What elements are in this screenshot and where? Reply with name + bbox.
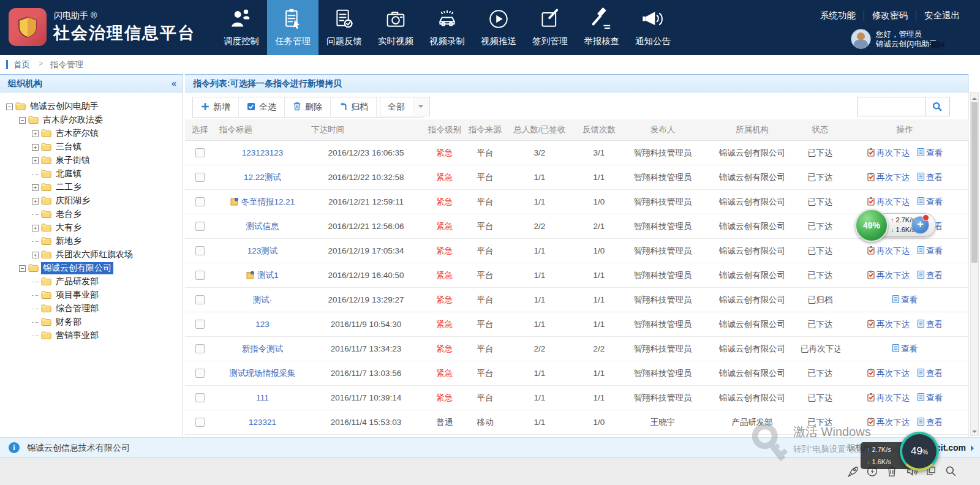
nav-item-dispatch-control[interactable]: 调度控制 xyxy=(216,0,267,55)
view-link[interactable]: 查看 xyxy=(917,368,943,379)
tree-node[interactable]: 项目事业部 xyxy=(0,288,183,302)
search-input[interactable] xyxy=(857,97,925,116)
instruction-title-link[interactable]: 测试· xyxy=(253,295,273,304)
tree-node-label[interactable]: 产品研发部 xyxy=(54,276,100,288)
view-link[interactable]: 查看 xyxy=(892,295,918,306)
view-link[interactable]: 查看 xyxy=(917,172,943,183)
instruction-title-link[interactable]: 测试现场情报采集 xyxy=(230,369,296,378)
resend-link[interactable]: 再次下达 xyxy=(867,197,910,208)
instruction-title-link[interactable]: 123 xyxy=(255,320,270,329)
instruction-title-link[interactable]: 123测试 xyxy=(247,246,278,255)
toolbar-delete-button[interactable]: 删除 xyxy=(285,97,331,117)
row-checkbox[interactable] xyxy=(195,393,205,402)
view-link[interactable]: 查看 xyxy=(917,148,943,159)
vertical-scrollbar[interactable] xyxy=(970,92,979,436)
zoom-search-icon[interactable] xyxy=(944,465,957,477)
tree-node-label[interactable]: 大有乡 xyxy=(54,222,83,234)
tree-collapse-toggle[interactable]: − xyxy=(6,103,13,110)
row-checkbox[interactable] xyxy=(195,197,205,206)
tree-expand-toggle[interactable]: + xyxy=(32,130,39,137)
toolbar-add-button[interactable]: 新增 xyxy=(193,97,239,117)
tree-node[interactable]: −锦诚云创有限公司 xyxy=(0,261,183,275)
scrollbar-thumb[interactable] xyxy=(971,102,978,263)
tree-node-label[interactable]: 三台镇 xyxy=(54,141,83,153)
tree-node-label[interactable]: 财务部 xyxy=(54,316,83,328)
tree-node[interactable]: +大有乡 xyxy=(0,221,183,235)
tree-node[interactable]: 老台乡 xyxy=(0,208,183,221)
tree-node-label[interactable]: 项目事业部 xyxy=(54,289,100,301)
instruction-title-link[interactable]: 12.22测试 xyxy=(244,173,281,182)
tree-node[interactable]: −锦诚云创闪电助手 xyxy=(0,100,183,113)
tree-node[interactable]: 财务部 xyxy=(0,315,183,329)
nav-item-notice-announcement[interactable]: 通知公告 xyxy=(627,0,679,55)
tree-node[interactable]: +兵团农六师红旗农场 xyxy=(0,248,183,261)
row-checkbox[interactable] xyxy=(195,418,205,427)
resend-link[interactable]: 再次下达 xyxy=(867,148,910,159)
tree-node[interactable]: 产品研发部 xyxy=(0,275,183,288)
row-checkbox[interactable] xyxy=(195,295,205,304)
tree-node-label[interactable]: 锦诚云创有限公司 xyxy=(41,262,113,274)
tree-node-label[interactable]: 庆阳湖乡 xyxy=(54,195,92,207)
tree-node-label[interactable]: 老台乡 xyxy=(54,208,83,220)
view-link[interactable]: 查看 xyxy=(892,344,918,355)
tree-node[interactable]: +二工乡 xyxy=(0,181,183,194)
nav-item-report-check[interactable]: 举报核查 xyxy=(576,0,627,55)
instruction-title-link[interactable]: 123321 xyxy=(249,418,276,427)
tree-node[interactable]: 北庭镇 xyxy=(0,167,183,181)
row-checkbox[interactable] xyxy=(195,369,205,378)
row-checkbox[interactable] xyxy=(195,344,205,353)
resend-link[interactable]: 再次下达 xyxy=(867,319,910,330)
nav-item-checkin-management[interactable]: 签到管理 xyxy=(524,0,576,55)
view-link[interactable]: 查看 xyxy=(917,393,943,404)
tree-node-label[interactable]: 综合管理部 xyxy=(54,303,100,315)
rocket-icon[interactable] xyxy=(846,465,859,477)
progress-ring[interactable]: 49% xyxy=(900,432,939,471)
tree-node-label[interactable]: 泉子街镇 xyxy=(54,154,92,167)
tree-node-label[interactable]: 吉木萨尔镇 xyxy=(54,127,100,140)
tree-node[interactable]: +吉木萨尔镇 xyxy=(0,127,183,140)
resend-link[interactable]: 再次下达 xyxy=(867,172,910,183)
instruction-title-link[interactable]: 123123123 xyxy=(242,148,284,157)
tree-node[interactable]: 新地乡 xyxy=(0,235,183,248)
tree-node[interactable]: 营销事业部 xyxy=(0,329,183,342)
tree-collapse-toggle[interactable]: − xyxy=(19,265,26,272)
toolbar-archive-button[interactable]: 归档 xyxy=(331,97,377,117)
scroll-up-arrow[interactable] xyxy=(971,92,978,101)
toolbar-select-all-button[interactable]: 全选 xyxy=(239,97,285,117)
tree-node-label[interactable]: 吉木萨尔政法委 xyxy=(41,114,105,126)
row-checkbox[interactable] xyxy=(195,320,205,329)
search-button[interactable] xyxy=(925,97,950,116)
scroll-down-arrow[interactable] xyxy=(971,427,978,435)
resend-link[interactable]: 再次下达 xyxy=(867,393,910,404)
tree-expand-toggle[interactable]: + xyxy=(32,184,39,191)
view-link[interactable]: 查看 xyxy=(917,246,943,257)
change-password-link[interactable]: 修改密码 xyxy=(864,10,916,21)
tree-expand-toggle[interactable]: + xyxy=(32,144,39,151)
tree-node[interactable]: −吉木萨尔政法委 xyxy=(0,113,183,127)
resend-link[interactable]: 再次下达 xyxy=(867,270,910,281)
resend-link[interactable]: 再次下达 xyxy=(867,368,910,379)
progress-circle[interactable]: 49% xyxy=(855,209,888,242)
tree-collapse-toggle[interactable]: − xyxy=(19,117,26,124)
tree-expand-toggle[interactable]: + xyxy=(32,225,39,231)
breadcrumb-home[interactable]: 首页 xyxy=(13,59,30,70)
tree-node-label[interactable]: 兵团农六师红旗农场 xyxy=(54,249,135,261)
instruction-title-link[interactable]: 测试1 xyxy=(257,271,279,280)
avatar[interactable] xyxy=(851,29,871,49)
tree-node-label[interactable]: 新地乡 xyxy=(54,235,83,247)
tree-node[interactable]: 综合管理部 xyxy=(0,302,183,315)
row-checkbox[interactable] xyxy=(195,246,205,255)
view-link[interactable]: 查看 xyxy=(917,417,943,428)
tree-expand-toggle[interactable]: + xyxy=(32,252,39,258)
collapse-sidebar-button[interactable]: « xyxy=(172,75,176,92)
row-checkbox[interactable] xyxy=(195,222,205,231)
row-checkbox[interactable] xyxy=(195,148,205,157)
speed-widget[interactable]: ↑ 2.7K/s ↓ 1.6K/s 49% + xyxy=(855,209,936,241)
row-checkbox[interactable] xyxy=(195,173,205,182)
nav-item-live-video[interactable]: 实时视频 xyxy=(370,0,421,55)
footer-arrow-icon[interactable] xyxy=(971,445,977,451)
instruction-title-link[interactable]: 新指令测试 xyxy=(242,344,284,353)
instruction-title-link[interactable]: 测试信息 xyxy=(246,222,279,231)
tree-expand-toggle[interactable]: + xyxy=(32,198,39,205)
resend-link[interactable]: 再次下达 xyxy=(867,417,910,428)
